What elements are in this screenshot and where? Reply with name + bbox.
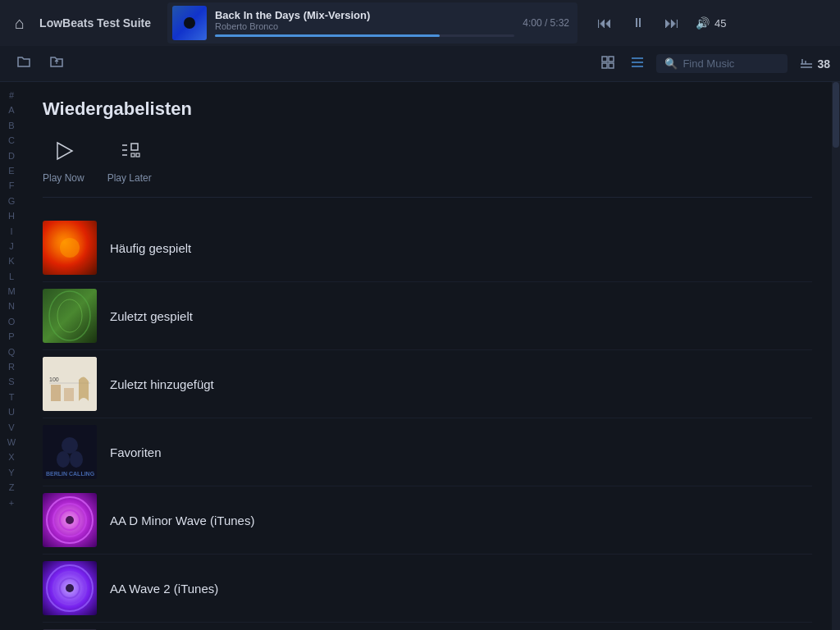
alpha-h[interactable]: H bbox=[0, 209, 23, 223]
playlist-name-3: Zuletzt hinzugefügt bbox=[110, 377, 214, 391]
scrollbar-thumb[interactable] bbox=[833, 82, 839, 148]
alphabet-sidebar: # A B C D E F G H I J K L M N O P Q R S … bbox=[0, 82, 23, 630]
np-progress-fill bbox=[215, 34, 440, 37]
volume-level: 45 bbox=[714, 17, 726, 30]
content-area: Wiedergabelisten Play Now bbox=[23, 82, 832, 630]
forward-button[interactable]: ⏭ bbox=[661, 11, 682, 35]
playlist-thumb-1 bbox=[43, 221, 97, 275]
alpha-w[interactable]: W bbox=[0, 436, 23, 450]
toolbar: 🔍 38 bbox=[0, 46, 840, 82]
svg-text:BERLIN CALLING: BERLIN CALLING bbox=[46, 471, 95, 477]
now-playing-bar[interactable]: Back In the Days (Mix-Version) Roberto B… bbox=[167, 2, 578, 43]
playlist-name-5: AA D Minor Wave (iTunes) bbox=[110, 514, 254, 527]
alpha-l[interactable]: L bbox=[0, 270, 23, 284]
playlist-row[interactable]: AA D Minor Wave (iTunes) bbox=[43, 486, 812, 555]
play-now-label: Play Now bbox=[43, 172, 84, 184]
np-artist: Roberto Bronco bbox=[215, 21, 514, 31]
search-box: 🔍 bbox=[656, 54, 788, 73]
np-progress-bar[interactable] bbox=[215, 34, 514, 37]
svg-rect-15 bbox=[131, 144, 138, 150]
playlist-row[interactable]: Zuletzt gespielt bbox=[43, 282, 812, 350]
playlist-row[interactable]: Häufig gespielt bbox=[43, 214, 812, 282]
alpha-f[interactable]: F bbox=[0, 179, 23, 193]
playlist-row[interactable]: 100 Zuletzt hinzugefügt bbox=[43, 350, 812, 418]
alpha-i[interactable]: I bbox=[0, 225, 23, 239]
alpha-g[interactable]: G bbox=[0, 194, 23, 208]
alpha-r[interactable]: R bbox=[0, 360, 23, 374]
open-folder-button[interactable] bbox=[10, 51, 38, 76]
play-controls-row: Play Now Play Later bbox=[43, 136, 812, 198]
playlist-row[interactable]: All You Can Beat (iTunes) bbox=[43, 623, 812, 630]
np-album-art bbox=[172, 6, 207, 40]
section-title: Wiedergabelisten bbox=[43, 98, 812, 120]
playlist-thumb-2 bbox=[43, 289, 97, 343]
alpha-y[interactable]: Y bbox=[0, 466, 23, 480]
alpha-p[interactable]: P bbox=[0, 330, 23, 344]
volume-icon[interactable]: 🔊 bbox=[696, 16, 710, 30]
alpha-j[interactable]: J bbox=[0, 240, 23, 253]
alpha-e[interactable]: E bbox=[0, 164, 23, 178]
alpha-m[interactable]: M bbox=[0, 285, 23, 299]
play-now-control[interactable]: Play Now bbox=[43, 136, 84, 184]
rewind-button[interactable]: ⏮ bbox=[594, 11, 615, 35]
toolbar-left bbox=[10, 51, 71, 76]
np-info: Back In the Days (Mix-Version) Roberto B… bbox=[215, 9, 514, 37]
alpha-plus[interactable]: + bbox=[0, 496, 23, 510]
svg-rect-1 bbox=[609, 57, 614, 62]
playlist-row[interactable]: AA Wave 2 (iTunes) bbox=[43, 555, 812, 623]
grid-view-button[interactable] bbox=[594, 52, 622, 76]
folder-up-button[interactable] bbox=[43, 51, 71, 76]
alpha-o[interactable]: O bbox=[0, 315, 23, 329]
svg-rect-22 bbox=[64, 388, 74, 401]
app-title: LowBeats Test Suite bbox=[39, 16, 151, 30]
svg-point-35 bbox=[66, 584, 74, 592]
content-scroll[interactable]: Wiedergabelisten Play Now bbox=[23, 82, 832, 630]
svg-rect-0 bbox=[602, 57, 607, 62]
alpha-t[interactable]: T bbox=[0, 390, 23, 404]
svg-point-24 bbox=[62, 437, 78, 454]
view-toggle bbox=[594, 52, 651, 76]
playlist-row[interactable]: BERLIN CALLING Favoriten bbox=[43, 418, 812, 486]
svg-marker-11 bbox=[57, 143, 72, 159]
play-later-label: Play Later bbox=[107, 172, 152, 184]
alpha-s[interactable]: S bbox=[0, 375, 23, 389]
playlist-thumb-4: BERLIN CALLING bbox=[43, 425, 97, 479]
svg-point-25 bbox=[57, 451, 70, 468]
alpha-n[interactable]: N bbox=[0, 299, 23, 313]
svg-rect-17 bbox=[136, 153, 139, 157]
playlist-name-4: Favoriten bbox=[110, 445, 162, 459]
playlist-thumb-3: 100 bbox=[43, 357, 97, 411]
alpha-u[interactable]: U bbox=[0, 405, 23, 419]
list-count: 38 bbox=[817, 57, 830, 71]
topbar: ⌂ LowBeats Test Suite Back In the Days (… bbox=[0, 0, 840, 46]
alpha-k[interactable]: K bbox=[0, 254, 23, 268]
playlist-name-1: Häufig gespielt bbox=[110, 241, 191, 255]
playlist-name-6: AA Wave 2 (iTunes) bbox=[110, 582, 218, 596]
alpha-hash[interactable]: # bbox=[0, 89, 23, 103]
transport-controls: ⏮ ⏸ ⏭ 🔊 45 bbox=[594, 11, 726, 35]
alpha-d[interactable]: D bbox=[0, 149, 23, 163]
alpha-v[interactable]: V bbox=[0, 421, 23, 435]
pause-button[interactable]: ⏸ bbox=[628, 12, 648, 34]
alpha-b[interactable]: B bbox=[0, 119, 23, 133]
alpha-z[interactable]: Z bbox=[0, 481, 23, 495]
right-scrollbar[interactable] bbox=[832, 82, 840, 630]
alpha-a[interactable]: A bbox=[0, 103, 23, 117]
home-button[interactable]: ⌂ bbox=[10, 9, 30, 38]
search-input[interactable] bbox=[682, 57, 779, 70]
playlist-thumb-5 bbox=[43, 493, 97, 547]
svg-rect-2 bbox=[602, 63, 607, 68]
alpha-q[interactable]: Q bbox=[0, 345, 23, 359]
volume-area: 🔊 45 bbox=[696, 16, 726, 30]
play-later-control[interactable]: Play Later bbox=[107, 136, 152, 184]
svg-point-31 bbox=[66, 516, 74, 524]
playlist-name-2: Zuletzt gespielt bbox=[110, 309, 193, 323]
alpha-c[interactable]: C bbox=[0, 134, 23, 148]
alpha-x[interactable]: X bbox=[0, 450, 23, 464]
svg-rect-3 bbox=[609, 63, 614, 68]
svg-point-26 bbox=[70, 451, 83, 468]
playlist-thumb-6 bbox=[43, 561, 97, 615]
np-time: 4:00 / 5:32 bbox=[523, 17, 569, 29]
list-count-icon bbox=[799, 57, 814, 71]
list-view-button[interactable] bbox=[623, 52, 651, 76]
